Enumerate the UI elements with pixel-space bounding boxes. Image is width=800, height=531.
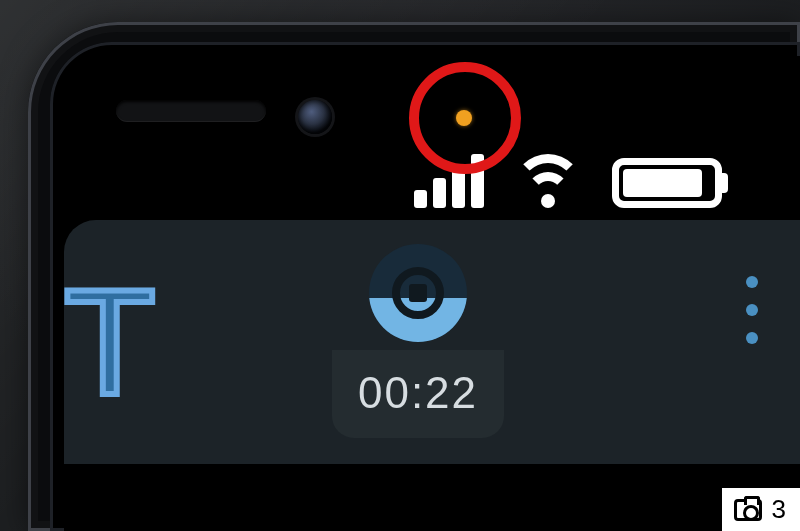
battery-fill: [623, 169, 702, 197]
wifi-icon: [512, 154, 584, 208]
iphone-screen: T 00:22: [64, 56, 800, 531]
cellular-signal-icon: [414, 154, 484, 208]
record-stop-button[interactable]: [369, 244, 467, 342]
kebab-dot-icon: [746, 276, 758, 288]
privacy-indicator-dot-icon: [456, 110, 472, 126]
earpiece-speaker: [116, 100, 266, 122]
front-camera: [298, 100, 332, 134]
photo-closeup-stage: T 00:22 3: [0, 0, 800, 531]
camera-icon: [734, 499, 762, 521]
recorder-app-bar: T 00:22: [64, 220, 800, 464]
elapsed-time: 00:22: [332, 350, 504, 438]
kebab-dot-icon: [746, 332, 758, 344]
screen-lower-black: [64, 464, 800, 531]
battery-icon: [612, 158, 722, 208]
recording-control-group: 00:22: [328, 244, 508, 438]
more-menu-button[interactable]: [746, 276, 758, 344]
gallery-count: 3: [772, 494, 786, 525]
stop-icon: [392, 267, 444, 319]
app-title-partial: T: [64, 256, 160, 429]
kebab-dot-icon: [746, 304, 758, 316]
status-bar: [414, 138, 774, 212]
image-gallery-count-badge[interactable]: 3: [722, 488, 800, 531]
